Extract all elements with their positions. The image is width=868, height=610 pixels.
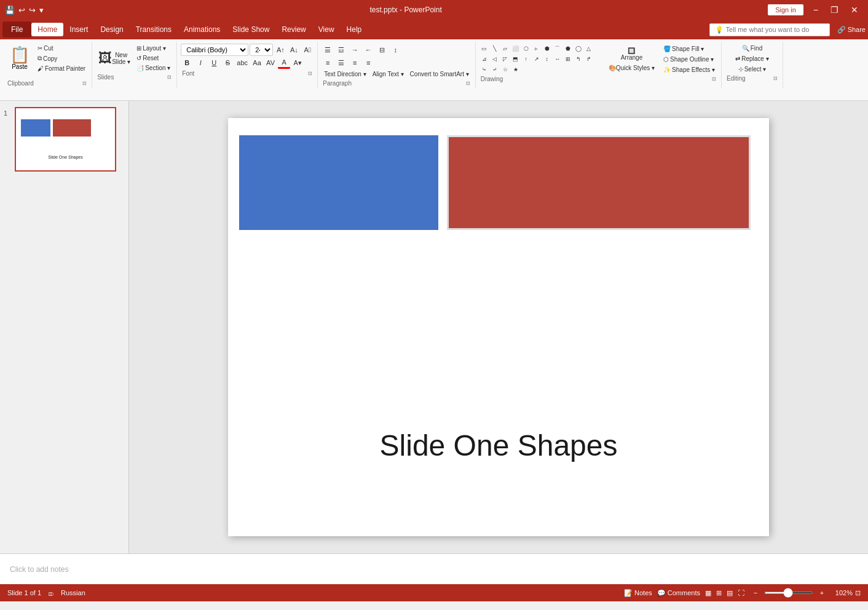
slide-blue-shape[interactable]: [239, 135, 438, 230]
shape-cell[interactable]: ↔: [553, 54, 562, 64]
menu-help[interactable]: Help: [341, 23, 368, 36]
menu-slideshow[interactable]: Slide Show: [226, 23, 275, 36]
convert-smartart-button[interactable]: Convert to SmartArt ▾: [408, 69, 471, 79]
shape-cell[interactable]: ╲: [490, 44, 500, 53]
shape-outline-button[interactable]: ⬡ Shape Outline ▾: [661, 55, 717, 64]
drawing-expand[interactable]: ⊡: [712, 76, 716, 82]
font-size-select[interactable]: 24: [250, 44, 273, 56]
underline-button[interactable]: U: [208, 57, 220, 69]
cut-button[interactable]: ✂ Cut: [35, 44, 88, 53]
shape-cell[interactable]: ⬜: [511, 44, 521, 53]
editing-expand[interactable]: ⊡: [773, 76, 778, 81]
align-center-button[interactable]: ☰: [335, 57, 347, 69]
comments-button[interactable]: 💬 Comments: [657, 589, 700, 597]
menu-transitions[interactable]: Transitions: [130, 23, 178, 36]
find-button[interactable]: 🔍 Find: [740, 44, 765, 53]
align-right-button[interactable]: ≡: [349, 57, 361, 69]
tell-me-input[interactable]: 💡: [709, 23, 830, 36]
menu-insert[interactable]: Insert: [63, 23, 94, 36]
slideshow-button[interactable]: ⛶: [738, 589, 744, 596]
shape-cell[interactable]: ☆: [500, 65, 510, 74]
replace-button[interactable]: ⇄ Replace ▾: [733, 54, 771, 63]
increase-font-button[interactable]: A↑: [274, 44, 286, 56]
fit-slide-button[interactable]: ⊡: [855, 589, 861, 597]
slide-canvas[interactable]: Slide One Shapes: [228, 118, 769, 536]
reading-view-button[interactable]: ▤: [727, 589, 733, 597]
restore-button[interactable]: ❐: [826, 4, 843, 16]
slides-expand[interactable]: ⊡: [167, 74, 172, 80]
zoom-in-button[interactable]: +: [816, 587, 828, 599]
shape-cell[interactable]: ⬟: [563, 44, 573, 53]
shape-cell[interactable]: ▱: [500, 44, 510, 53]
undo-icon[interactable]: ↩: [18, 6, 25, 15]
shadow-button[interactable]: abc: [235, 57, 250, 69]
paste-button[interactable]: 📋 Paste: [6, 44, 33, 73]
shape-cell[interactable]: ⊞: [563, 54, 573, 64]
change-case-button[interactable]: Aa: [251, 57, 263, 69]
minimize-button[interactable]: −: [808, 4, 823, 16]
menu-file[interactable]: File: [2, 22, 31, 38]
shape-cell[interactable]: ⬒: [511, 54, 521, 64]
new-slide-button[interactable]: 🖼 NewSlide ▾: [96, 49, 133, 68]
strikethrough-button[interactable]: S: [221, 57, 234, 69]
shape-effects-button[interactable]: ✨ Shape Effects ▾: [661, 65, 717, 74]
shape-cell[interactable]: ↑: [521, 54, 531, 64]
italic-button[interactable]: I: [194, 57, 207, 69]
indent-button[interactable]: →: [349, 44, 361, 56]
justify-button[interactable]: ≡: [362, 57, 374, 69]
bold-button[interactable]: B: [181, 57, 193, 69]
shape-cell[interactable]: ↗: [532, 54, 542, 64]
slide-title-text[interactable]: Slide One Shapes: [228, 429, 769, 462]
menu-home[interactable]: Home: [31, 23, 63, 36]
shape-cell[interactable]: ▭: [479, 44, 489, 53]
signin-button[interactable]: Sign in: [768, 4, 803, 15]
slidesorter-button[interactable]: ⊞: [716, 589, 722, 597]
format-painter-button[interactable]: 🖌 Format Painter: [35, 64, 88, 73]
customize-icon[interactable]: ▾: [39, 6, 44, 15]
text-direction-button[interactable]: Text Direction ▾: [322, 69, 368, 79]
shape-cell[interactable]: ⬡: [521, 44, 531, 53]
numbered-button[interactable]: ☲: [335, 44, 347, 56]
shape-cell[interactable]: ◸: [500, 54, 510, 64]
clipboard-expand[interactable]: ⊡: [82, 81, 87, 86]
shape-cell[interactable]: ◁: [490, 54, 500, 64]
notes-bar[interactable]: Click to add notes: [0, 553, 868, 584]
menu-view[interactable]: View: [312, 23, 341, 36]
section-button[interactable]: 📑 Section ▾: [134, 63, 173, 73]
arrange-button[interactable]: 🔲 Arrange: [606, 46, 657, 62]
align-left-button[interactable]: ≡: [322, 57, 334, 69]
shape-cell[interactable]: ★: [511, 65, 521, 74]
menu-review[interactable]: Review: [275, 23, 312, 36]
quick-styles-button[interactable]: 🎨 Quick Styles ▾: [606, 63, 657, 73]
font-expand[interactable]: ⊡: [308, 71, 312, 76]
shape-fill-button[interactable]: 🪣 Shape Fill ▾: [661, 44, 717, 53]
clear-format-button[interactable]: A⃝: [301, 44, 314, 56]
text-highlight-button[interactable]: A▾: [291, 57, 304, 69]
reset-button[interactable]: ↺ Reset: [134, 53, 173, 63]
outdent-button[interactable]: ←: [362, 44, 374, 56]
share-button[interactable]: 🔗 Share: [837, 26, 866, 34]
line-spacing-button[interactable]: ↕: [389, 44, 401, 56]
copy-button[interactable]: ⧉ Copy: [35, 53, 88, 63]
language-label[interactable]: Russian: [61, 589, 85, 596]
menu-design[interactable]: Design: [94, 23, 129, 36]
shape-cell[interactable]: ↕: [542, 54, 552, 64]
shape-cell[interactable]: ⤶: [490, 65, 500, 74]
close-button[interactable]: ✕: [846, 4, 863, 16]
select-button[interactable]: ⊹ Select ▾: [736, 65, 769, 74]
menu-animations[interactable]: Animations: [178, 23, 226, 36]
zoom-out-button[interactable]: −: [749, 587, 762, 599]
slide-canvas-area[interactable]: Slide One Shapes: [129, 101, 868, 553]
tell-me-field[interactable]: [726, 26, 824, 33]
shape-cell[interactable]: △: [584, 44, 594, 53]
paragraph-expand[interactable]: ⊡: [466, 81, 470, 86]
shape-cell[interactable]: ⤷: [479, 65, 489, 74]
normal-view-button[interactable]: ▦: [705, 589, 711, 597]
shape-cell[interactable]: ⬢: [542, 44, 552, 53]
save-icon[interactable]: 💾: [5, 6, 15, 15]
shape-cell[interactable]: ⌒: [553, 44, 562, 53]
align-text-button[interactable]: Align Text ▾: [370, 69, 406, 79]
zoom-slider[interactable]: [764, 592, 813, 594]
bullets-button[interactable]: ☰: [322, 44, 334, 56]
columns-button[interactable]: ⊟: [376, 44, 388, 56]
